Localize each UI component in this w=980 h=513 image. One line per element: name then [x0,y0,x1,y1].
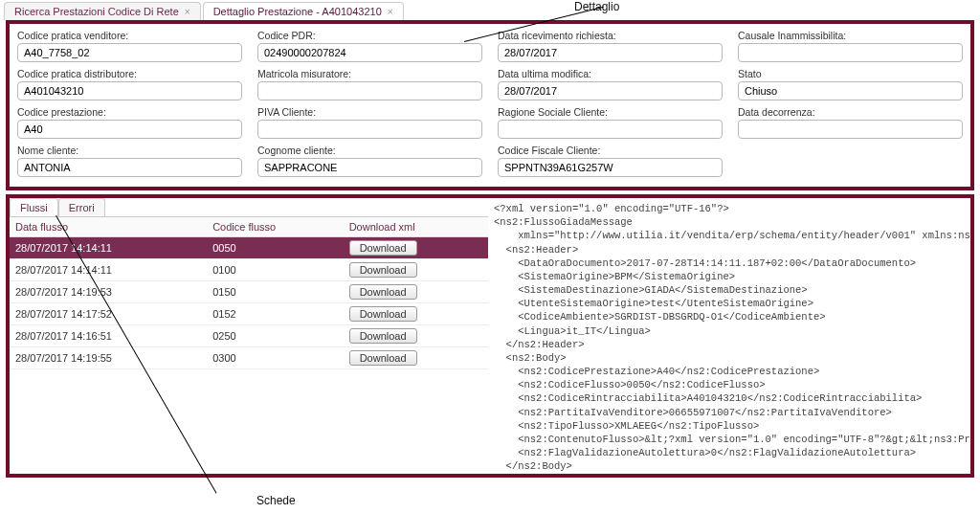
field-label: Codice pratica venditore: [17,30,242,41]
field-nome-cliente: Nome cliente: [17,145,242,177]
codice-prestazione-input[interactable] [17,120,242,139]
cell-codice-flusso: 0300 [207,347,343,369]
annotation-schede: Schede [256,494,296,507]
field-label: Codice prestazione: [17,106,242,118]
table-row[interactable]: 28/07/2017 14:17:520152Download [10,303,488,325]
cell-download: Download [344,303,488,325]
tab-label: Dettaglio Prestazione - A401043210 [213,6,382,17]
cell-download: Download [344,259,488,281]
field-label: Codice PDR: [257,30,482,41]
sub-tab-errori[interactable]: Errori [58,198,105,216]
field-data-decorrenza: Data decorrenza: [738,106,963,139]
cell-codice-flusso: 0150 [207,281,343,303]
field-label: Data ricevimento richiesta: [498,30,723,41]
field-codice-prestazione: Codice prestazione: [17,106,242,139]
data-decorrenza-input[interactable] [738,120,963,139]
tab-label: Ricerca Prestazioni Codice Di Rete [14,6,179,17]
close-icon[interactable]: × [388,7,393,17]
cell-download: Download [344,347,488,369]
codice-pratica-distributore-input[interactable] [17,81,242,100]
detail-panel: Codice pratica venditore: Codice PDR: Da… [6,20,974,190]
col-download[interactable]: Download xml [344,217,488,237]
main-tabs: Ricerca Prestazioni Codice Di Rete × Det… [0,0,980,20]
sub-tab-flussi[interactable]: Flussi [10,198,58,216]
causale-inammissibilita-input[interactable] [738,43,963,62]
table-row[interactable]: 28/07/2017 14:14:110100Download [10,259,488,281]
matricola-misuratore-input[interactable] [257,81,482,100]
col-codice-flusso[interactable]: Codice flusso [207,217,343,237]
cell-codice-flusso: 0250 [207,325,343,347]
data-ricevimento-input[interactable] [498,43,723,62]
field-stato: Stato [738,68,963,100]
field-ragione-sociale: Ragione Sociale Cliente: [498,106,723,139]
field-label: Causale Inammissibilita: [738,30,963,41]
cell-data-flusso: 28/07/2017 14:14:11 [10,237,207,259]
codice-pratica-venditore-input[interactable] [17,43,242,62]
download-button[interactable]: Download [349,328,417,344]
flussi-pane: Flussi Errori Data flusso Codice flusso … [10,198,488,474]
ragione-sociale-input[interactable] [498,120,723,139]
table-row[interactable]: 28/07/2017 14:14:110050Download [10,237,488,259]
field-label: Data ultima modifica: [498,68,723,79]
cell-download: Download [344,281,488,303]
field-label: Ragione Sociale Cliente: [498,106,723,118]
piva-cliente-input[interactable] [257,120,482,139]
download-button[interactable]: Download [349,262,417,278]
data-ultima-modifica-input[interactable] [498,81,723,100]
field-cognome-cliente: Cognome cliente: [257,145,482,177]
field-label: Codice pratica distributore: [17,68,242,79]
field-label: Matricola misuratore: [257,68,482,79]
cell-download: Download [344,325,488,347]
sub-panel: Flussi Errori Data flusso Codice flusso … [6,194,974,478]
col-data-flusso[interactable]: Data flusso [10,217,207,237]
field-data-ultima-modifica: Data ultima modifica: [498,68,723,100]
table-row[interactable]: 28/07/2017 14:19:550300Download [10,347,488,369]
field-codice-fiscale: Codice Fiscale Cliente: [498,145,723,177]
xml-preview[interactable]: <?xml version="1.0" encoding="UTF-16"?> … [488,198,970,474]
nome-cliente-input[interactable] [17,158,242,177]
field-label: PIVA Cliente: [257,106,482,118]
codice-pdr-input[interactable] [257,43,482,62]
cognome-cliente-input[interactable] [257,158,482,177]
field-label: Cognome cliente: [257,145,482,156]
field-piva-cliente: PIVA Cliente: [257,106,482,139]
field-causale-inammissibilita: Causale Inammissibilita: [738,30,963,62]
field-codice-pratica-venditore: Codice pratica venditore: [17,30,242,62]
cell-data-flusso: 28/07/2017 14:19:55 [10,347,207,369]
field-label: Nome cliente: [17,145,242,156]
tab-dettaglio[interactable]: Dettaglio Prestazione - A401043210 × [203,2,404,20]
field-codice-pratica-distributore: Codice pratica distributore: [17,68,242,100]
download-button[interactable]: Download [349,350,417,366]
download-button[interactable]: Download [349,240,417,256]
cell-codice-flusso: 0050 [207,237,343,259]
cell-codice-flusso: 0152 [207,303,343,325]
cell-codice-flusso: 0100 [207,259,343,281]
sub-tabs: Flussi Errori [10,198,488,217]
download-button[interactable]: Download [349,284,417,300]
field-label: Stato [738,68,963,79]
stato-input[interactable] [738,81,963,100]
field-label: Codice Fiscale Cliente: [498,145,723,156]
download-button[interactable]: Download [349,306,417,322]
cell-data-flusso: 28/07/2017 14:14:11 [10,259,207,281]
flussi-table: Data flusso Codice flusso Download xml 2… [10,217,488,369]
table-row[interactable]: 28/07/2017 14:16:510250Download [10,325,488,347]
field-label: Data decorrenza: [738,106,963,118]
cell-download: Download [344,237,488,259]
close-icon[interactable]: × [185,7,190,17]
field-data-ricevimento: Data ricevimento richiesta: [498,30,723,62]
cell-data-flusso: 28/07/2017 14:19:53 [10,281,207,303]
codice-fiscale-input[interactable] [498,158,723,177]
tab-ricerca[interactable]: Ricerca Prestazioni Codice Di Rete × [4,2,201,20]
cell-data-flusso: 28/07/2017 14:16:51 [10,325,207,347]
field-codice-pdr: Codice PDR: [257,30,482,62]
table-row[interactable]: 28/07/2017 14:19:530150Download [10,281,488,303]
field-matricola-misuratore: Matricola misuratore: [257,68,482,100]
